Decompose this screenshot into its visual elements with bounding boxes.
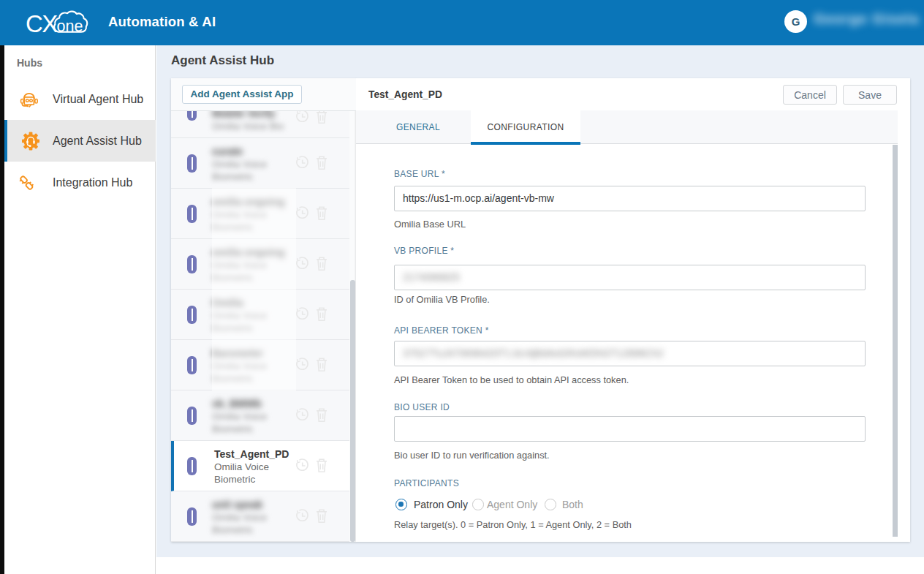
svg-text:one: one <box>57 18 83 35</box>
svg-text:CX: CX <box>26 10 58 37</box>
